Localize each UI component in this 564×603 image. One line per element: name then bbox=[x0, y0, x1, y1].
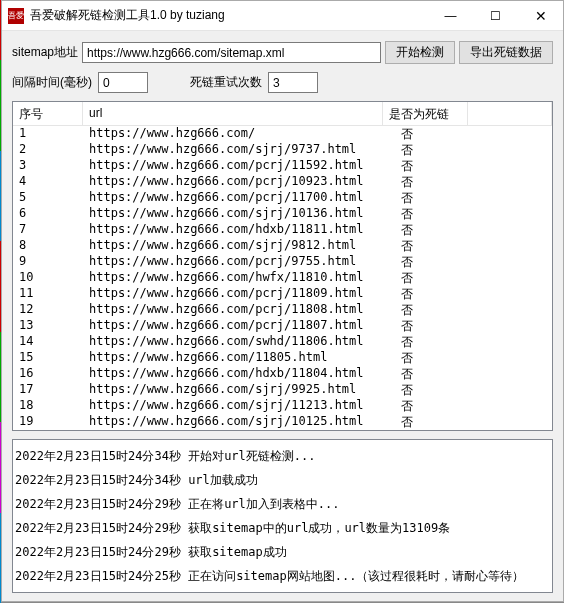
cell-index: 7 bbox=[13, 222, 83, 238]
cell-index: 10 bbox=[13, 270, 83, 286]
cell-url: https://www.hzg666.com/pcrj/11808.html bbox=[83, 302, 383, 318]
start-check-button[interactable]: 开始检测 bbox=[385, 41, 455, 64]
cell-dead: 否 bbox=[383, 238, 468, 254]
log-line: 2022年2月23日15时24分29秒 获取sitemap成功 bbox=[15, 540, 550, 564]
cell-dead: 否 bbox=[383, 126, 468, 142]
table-row[interactable]: 11https://www.hzg666.com/pcrj/11809.html… bbox=[13, 286, 552, 302]
interval-label: 间隔时间(毫秒) bbox=[12, 74, 92, 91]
cell-url: https://www.hzg666.com/pcrj/11592.html bbox=[83, 158, 383, 174]
table-row[interactable]: 18https://www.hzg666.com/sjrj/11213.html… bbox=[13, 398, 552, 414]
table-row[interactable]: 15https://www.hzg666.com/11805.html否 bbox=[13, 350, 552, 366]
cell-url: https://www.hzg666.com/sjrj/10125.html bbox=[83, 414, 383, 430]
cell-url: https://www.hzg666.com/hdxb/11811.html bbox=[83, 222, 383, 238]
cell-url: https://www.hzg666.com/ bbox=[83, 126, 383, 142]
cell-url: https://www.hzg666.com/sjrj/10136.html bbox=[83, 206, 383, 222]
table-row[interactable]: 2https://www.hzg666.com/sjrj/9737.html否 bbox=[13, 142, 552, 158]
table-row[interactable]: 14https://www.hzg666.com/swhd/11806.html… bbox=[13, 334, 552, 350]
th-index[interactable]: 序号 bbox=[13, 102, 83, 125]
table-row[interactable]: 13https://www.hzg666.com/pcrj/11807.html… bbox=[13, 318, 552, 334]
cell-url: https://www.hzg666.com/pcrj/11807.html bbox=[83, 318, 383, 334]
sitemap-url-input[interactable] bbox=[82, 42, 381, 63]
cell-dead: 否 bbox=[383, 142, 468, 158]
window-controls: — ☐ ✕ bbox=[428, 1, 563, 30]
close-button[interactable]: ✕ bbox=[518, 1, 563, 31]
cell-dead: 否 bbox=[383, 270, 468, 286]
cell-url: https://www.hzg666.com/sjrj/9737.html bbox=[83, 142, 383, 158]
cell-dead: 否 bbox=[383, 350, 468, 366]
log-line: 2022年2月23日15时24分29秒 获取sitemap中的url成功，url… bbox=[15, 516, 550, 540]
cell-dead: 否 bbox=[383, 206, 468, 222]
table-row[interactable]: 17https://www.hzg666.com/sjrj/9925.html否 bbox=[13, 382, 552, 398]
cell-dead: 否 bbox=[383, 302, 468, 318]
log-line: 2022年2月23日15时24分34秒 开始对url死链检测... bbox=[15, 444, 550, 468]
table-row[interactable]: 7https://www.hzg666.com/hdxb/11811.html否 bbox=[13, 222, 552, 238]
log-line: 2022年2月23日15时24分29秒 正在将url加入到表格中... bbox=[15, 492, 550, 516]
content-area: sitemap地址 开始检测 导出死链数据 间隔时间(毫秒) 死链重试次数 序号… bbox=[2, 31, 563, 601]
maximize-button[interactable]: ☐ bbox=[473, 1, 518, 31]
table-row[interactable]: 5https://www.hzg666.com/pcrj/11700.html否 bbox=[13, 190, 552, 206]
table-row[interactable]: 9https://www.hzg666.com/pcrj/9755.html否 bbox=[13, 254, 552, 270]
cell-index: 9 bbox=[13, 254, 83, 270]
log-panel[interactable]: 2022年2月23日15时24分34秒 开始对url死链检测...2022年2月… bbox=[12, 439, 553, 593]
table-header: 序号 url 是否为死链 bbox=[13, 102, 552, 126]
cell-index: 6 bbox=[13, 206, 83, 222]
options-row: 间隔时间(毫秒) 死链重试次数 bbox=[12, 72, 553, 93]
table-row[interactable]: 1https://www.hzg666.com/否 bbox=[13, 126, 552, 142]
app-icon: 吾爱 bbox=[8, 8, 24, 24]
cell-url: https://www.hzg666.com/sjrj/11213.html bbox=[83, 398, 383, 414]
sitemap-row: sitemap地址 开始检测 导出死链数据 bbox=[12, 41, 553, 64]
cell-dead: 否 bbox=[383, 222, 468, 238]
cell-dead: 否 bbox=[383, 286, 468, 302]
cell-dead: 否 bbox=[383, 158, 468, 174]
cell-index: 8 bbox=[13, 238, 83, 254]
decor-stripe bbox=[0, 0, 1, 603]
cell-index: 2 bbox=[13, 142, 83, 158]
cell-index: 14 bbox=[13, 334, 83, 350]
table-row[interactable]: 3https://www.hzg666.com/pcrj/11592.html否 bbox=[13, 158, 552, 174]
log-line: 2022年2月23日15时24分34秒 url加载成功 bbox=[15, 468, 550, 492]
th-spacer bbox=[468, 102, 552, 125]
table-row[interactable]: 6https://www.hzg666.com/sjrj/10136.html否 bbox=[13, 206, 552, 222]
minimize-button[interactable]: — bbox=[428, 1, 473, 31]
th-dead[interactable]: 是否为死链 bbox=[383, 102, 468, 125]
cell-url: https://www.hzg666.com/pcrj/10923.html bbox=[83, 174, 383, 190]
cell-index: 15 bbox=[13, 350, 83, 366]
table-row[interactable]: 19https://www.hzg666.com/sjrj/10125.html… bbox=[13, 414, 552, 430]
cell-dead: 否 bbox=[383, 414, 468, 430]
window-title: 吾爱破解死链检测工具1.0 by tuziang bbox=[30, 7, 428, 24]
cell-url: https://www.hzg666.com/swhd/11806.html bbox=[83, 334, 383, 350]
export-button[interactable]: 导出死链数据 bbox=[459, 41, 553, 64]
th-url[interactable]: url bbox=[83, 102, 383, 125]
cell-url: https://www.hzg666.com/pcrj/9755.html bbox=[83, 254, 383, 270]
cell-dead: 否 bbox=[383, 190, 468, 206]
cell-index: 13 bbox=[13, 318, 83, 334]
table-row[interactable]: 16https://www.hzg666.com/hdxb/11804.html… bbox=[13, 366, 552, 382]
table-body[interactable]: 1https://www.hzg666.com/否2https://www.hz… bbox=[13, 126, 552, 431]
titlebar: 吾爱 吾爱破解死链检测工具1.0 by tuziang — ☐ ✕ bbox=[2, 1, 563, 31]
cell-index: 12 bbox=[13, 302, 83, 318]
cell-dead: 否 bbox=[383, 398, 468, 414]
cell-url: https://www.hzg666.com/pcrj/11809.html bbox=[83, 286, 383, 302]
cell-dead: 否 bbox=[383, 382, 468, 398]
cell-index: 1 bbox=[13, 126, 83, 142]
results-table: 序号 url 是否为死链 1https://www.hzg666.com/否2h… bbox=[12, 101, 553, 431]
cell-dead: 否 bbox=[383, 366, 468, 382]
table-row[interactable]: 8https://www.hzg666.com/sjrj/9812.html否 bbox=[13, 238, 552, 254]
interval-input[interactable] bbox=[98, 72, 148, 93]
table-row[interactable]: 4https://www.hzg666.com/pcrj/10923.html否 bbox=[13, 174, 552, 190]
cell-url: https://www.hzg666.com/sjrj/9812.html bbox=[83, 238, 383, 254]
retry-input[interactable] bbox=[268, 72, 318, 93]
cell-url: https://www.hzg666.com/hdxb/11804.html bbox=[83, 366, 383, 382]
cell-index: 19 bbox=[13, 414, 83, 430]
cell-index: 11 bbox=[13, 286, 83, 302]
table-row[interactable]: 12https://www.hzg666.com/pcrj/11808.html… bbox=[13, 302, 552, 318]
cell-index: 3 bbox=[13, 158, 83, 174]
window: 吾爱 吾爱破解死链检测工具1.0 by tuziang — ☐ ✕ sitema… bbox=[1, 0, 564, 602]
cell-url: https://www.hzg666.com/sjrj/9925.html bbox=[83, 382, 383, 398]
cell-url: https://www.hzg666.com/pcrj/11700.html bbox=[83, 190, 383, 206]
cell-index: 16 bbox=[13, 366, 83, 382]
retry-label: 死链重试次数 bbox=[190, 74, 262, 91]
table-row[interactable]: 10https://www.hzg666.com/hwfx/11810.html… bbox=[13, 270, 552, 286]
cell-index: 5 bbox=[13, 190, 83, 206]
cell-dead: 否 bbox=[383, 254, 468, 270]
